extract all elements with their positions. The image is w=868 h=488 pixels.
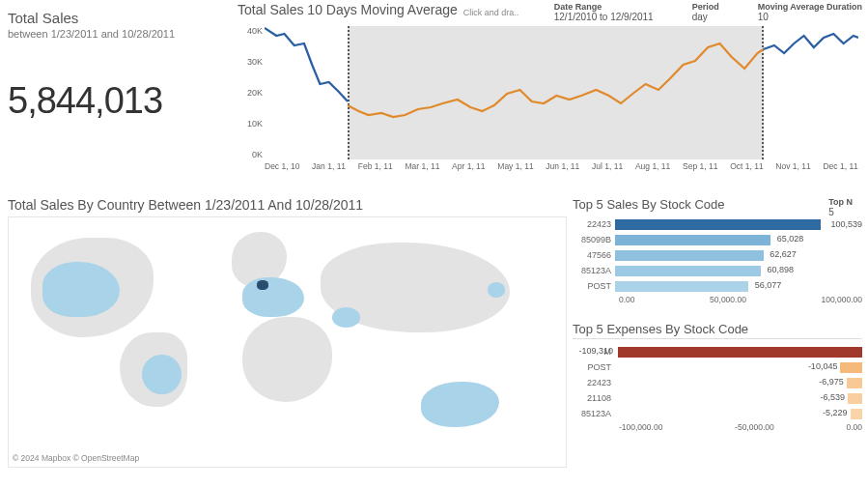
timeseries-hint: Click and dra.. [463,8,519,17]
map-attribution: © 2024 Mapbox © OpenStreetMap [13,453,139,463]
world-map[interactable]: © 2024 Mapbox © OpenStreetMap [8,216,567,468]
top-sales-axis: 0.0050,000.00100,000.00 [573,295,862,304]
kpi-title: Total Sales [8,10,224,26]
parameter-bar: Date Range 12/1/2010 to 12/9/2011 Period… [554,2,862,22]
top-sales-bars[interactable]: 22423100,539 85099B65,028 4756662,627 85… [573,217,862,293]
top-sales-title: Top 5 Sales By Stock Code [573,197,725,212]
y-axis-labels: 40K 30K 20K 10K 0K [238,26,263,159]
country-brazil[interactable] [142,355,181,394]
plot-area[interactable] [265,26,858,159]
timeseries-chart[interactable]: 40K 30K 20K 10K 0K Dec 1, 10 [238,26,862,181]
param-period[interactable]: Period day [692,2,719,22]
kpi-value: 5,844,013 [8,80,224,122]
right-column: Top 5 Sales By Stock Code Top N 5 224231… [573,197,862,482]
country-australia[interactable] [421,382,499,426]
timeseries-panel: Total Sales 10 Days Moving Average Click… [232,0,868,193]
country-me[interactable] [332,307,360,328]
param-date-range[interactable]: Date Range 12/1/2010 to 12/9/2011 [554,2,654,22]
x-axis-labels: Dec 1, 10 Jan 1, 11 Feb 1, 11 Mar 1, 11 … [265,161,858,181]
timeseries-title: Total Sales 10 Days Moving Average [238,2,458,17]
country-na[interactable] [42,262,121,317]
dashboard: Total Sales between 1/23/2011 and 10/28/… [0,0,868,488]
map-title: Total Sales By Country Between 1/23/2011… [8,197,567,213]
param-top-n[interactable]: Top N 5 [828,197,853,217]
top-expenses-panel: Top 5 Expenses By Stock Code M-109,310 P… [573,322,862,432]
country-europe[interactable] [242,277,303,317]
top-expenses-bars[interactable]: M-109,310 POST-10,045 22423-6,975 21108-… [573,345,862,420]
country-japan[interactable] [488,282,504,297]
map-panel: Total Sales By Country Between 1/23/2011… [8,197,567,482]
top-expenses-axis: -100,000.00-50,000.000.00 [573,422,862,432]
country-uk[interactable] [257,280,269,290]
bottom-row: Total Sales By Country Between 1/23/2011… [0,193,868,488]
top-expenses-title: Top 5 Expenses By Stock Code [573,322,862,336]
top-sales-panel: Top 5 Sales By Stock Code Top N 5 224231… [573,197,862,304]
kpi-subtitle: between 1/23/2011 and 10/28/2011 [8,28,224,40]
param-moving-average[interactable]: Moving Average Duration 10 [758,2,862,22]
kpi-panel: Total Sales between 1/23/2011 and 10/28/… [0,0,232,193]
line-blue-right [265,26,858,159]
